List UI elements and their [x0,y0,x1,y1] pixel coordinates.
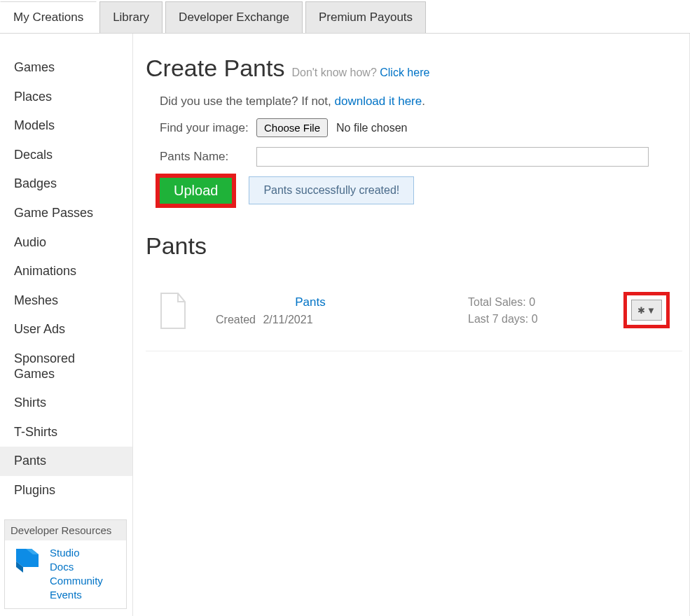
sidebar-item-plugins[interactable]: Plugins [0,476,132,505]
gear-highlight: ✱ ▼ [623,292,670,328]
sidebar-item-places[interactable]: Places [0,83,132,112]
sidebar: Games Places Models Decals Badges Game P… [0,34,133,616]
create-hint: Don't know how? Click here [291,66,429,79]
sidebar-item-shirts[interactable]: Shirts [0,388,132,418]
click-here-link[interactable]: Click here [380,66,429,78]
main-tabs: My Creations Library Developer Exchange … [0,0,690,34]
sidebar-item-t-shirts[interactable]: T-Shirts [0,418,132,447]
sidebar-item-meshes[interactable]: Meshes [0,286,132,316]
pants-name-input[interactable] [256,147,649,167]
last-7-days-label: Last 7 days: [468,313,528,325]
sidebar-item-user-ads[interactable]: User Ads [0,315,132,344]
page-title: Create Pants [146,55,284,82]
sidebar-item-game-passes[interactable]: Game Passes [0,199,132,228]
list-title: Pants [146,232,682,260]
dev-link-docs[interactable]: Docs [50,560,103,574]
created-date: 2/11/2021 [263,314,312,326]
sidebar-item-animations[interactable]: Animations [0,257,132,286]
gear-icon: ✱ [637,305,645,316]
tab-premium-payouts[interactable]: Premium Payouts [305,1,426,33]
studio-icon [12,546,43,574]
sidebar-item-decals[interactable]: Decals [0,141,132,170]
asset-row: Pants Created 2/11/2021 Total Sales: 0 L… [146,281,682,351]
sidebar-item-games[interactable]: Games [0,53,132,83]
file-chosen-status: No file chosen [336,122,407,134]
sidebar-item-audio[interactable]: Audio [0,228,132,258]
chevron-down-icon: ▼ [647,305,656,316]
total-sales-label: Total Sales: [468,296,526,308]
template-question: Did you use the template? If not, [160,94,334,108]
upload-button[interactable]: Upload [160,178,232,204]
choose-file-button[interactable]: Choose File [256,118,328,137]
template-row: Did you use the template? If not, downlo… [160,94,682,108]
sidebar-item-pants[interactable]: Pants [0,447,132,476]
file-icon [157,292,188,330]
create-hint-text: Don't know how? [291,66,380,78]
sidebar-item-badges[interactable]: Badges [0,169,132,199]
developer-resources-panel: Developer Resources Studio Docs Communit… [4,519,127,609]
created-label: Created [216,314,256,326]
sidebar-item-models[interactable]: Models [0,111,132,141]
dev-link-studio[interactable]: Studio [50,546,103,560]
total-sales-value: 0 [529,296,535,308]
template-suffix: . [422,94,425,108]
dev-link-community[interactable]: Community [50,574,103,588]
sidebar-item-sponsored-games[interactable]: Sponsored Games [0,344,132,388]
tab-my-creations[interactable]: My Creations [0,1,97,33]
download-template-link[interactable]: download it here [334,94,422,108]
find-image-label: Find your image: [160,121,251,135]
asset-settings-button[interactable]: ✱ ▼ [631,300,662,321]
developer-resources-title: Developer Resources [5,520,126,540]
main-content: Create Pants Don't know how? Click here … [133,34,690,616]
dev-link-events[interactable]: Events [50,588,103,602]
tab-library[interactable]: Library [99,1,163,33]
tab-developer-exchange[interactable]: Developer Exchange [165,1,303,33]
success-message: Pants successfully created! [249,176,414,204]
asset-name-link[interactable]: Pants [216,295,405,309]
last-7-days-value: 0 [532,313,538,325]
pants-name-label: Pants Name: [160,150,251,164]
